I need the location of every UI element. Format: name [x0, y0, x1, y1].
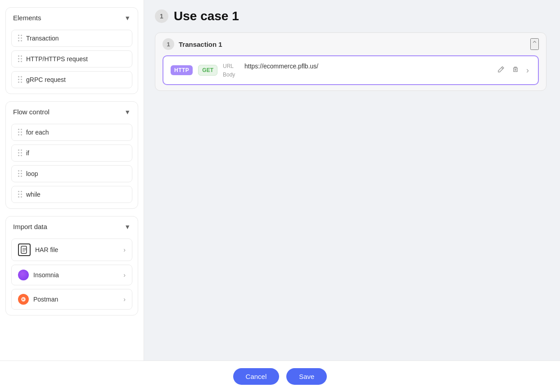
for-each-label: for each: [26, 129, 49, 136]
flow-control-items: for each if loop: [6, 122, 138, 208]
sidebar-item-transaction[interactable]: Transaction: [11, 30, 132, 47]
request-body-row: Body: [223, 72, 490, 78]
drag-handle-icon: [18, 35, 23, 42]
grpc-request-label: gRPC request: [26, 76, 66, 83]
delete-button[interactable]: [510, 64, 521, 77]
sidebar-item-http-request[interactable]: HTTP/HTTPS request: [11, 50, 132, 68]
sidebar-item-grpc-request[interactable]: gRPC request: [11, 71, 132, 88]
cancel-button[interactable]: Cancel: [233, 368, 280, 385]
drag-handle-icon: [18, 55, 23, 63]
sidebar-item-while[interactable]: while: [11, 186, 132, 203]
bottom-bar: Cancel Save: [0, 360, 560, 392]
url-label: URL: [223, 63, 241, 69]
insomnia-icon: [18, 270, 29, 280]
if-label: if: [26, 149, 29, 157]
transaction-number: 1: [163, 38, 174, 50]
import-data-section-label: Import data: [13, 223, 47, 230]
elements-chevron-icon: ▼: [124, 14, 131, 22]
transaction-label: Transaction: [26, 35, 59, 42]
sidebar-item-postman[interactable]: Postman ›: [11, 289, 132, 310]
sidebar-item-loop[interactable]: loop: [11, 165, 132, 182]
postman-chevron-icon: ›: [123, 296, 126, 303]
sidebar-item-har-file[interactable]: HAR file ›: [11, 239, 132, 261]
request-url-row: URL https://ecommerce.pflb.us/: [223, 63, 490, 70]
loop-label: loop: [26, 170, 38, 177]
request-actions: ›: [496, 64, 531, 77]
flow-control-section: Flow control ▼ for each: [5, 101, 138, 209]
page-title-row: 1 Use case 1: [155, 9, 549, 23]
sidebar: Elements ▼ Transaction: [0, 0, 144, 360]
import-data-chevron-icon: ▼: [124, 223, 131, 230]
import-data-section-header[interactable]: Import data ▼: [6, 216, 138, 237]
flow-control-chevron-icon: ▼: [124, 108, 131, 116]
http-verb-badge: GET: [198, 65, 217, 76]
http-method-badge: HTTP: [171, 65, 193, 75]
flow-control-section-label: Flow control: [13, 108, 50, 116]
insomnia-chevron-icon: ›: [123, 271, 126, 279]
drag-handle-icon: [18, 129, 23, 136]
insomnia-label: Insomnia: [33, 271, 59, 279]
save-button[interactable]: Save: [286, 368, 327, 385]
while-label: while: [26, 191, 41, 198]
sidebar-item-for-each[interactable]: for each: [11, 124, 132, 141]
page-number-badge: 1: [155, 9, 168, 23]
http-request-label: HTTP/HTTPS request: [26, 55, 88, 63]
http-request-card: HTTP GET URL https://ecommerce.pflb.us/ …: [163, 55, 539, 85]
har-file-label: HAR file: [35, 246, 58, 253]
sidebar-item-if[interactable]: if: [11, 144, 132, 162]
page-title: Use case 1: [174, 9, 239, 23]
import-data-section: Import data ▼ HAR file: [5, 216, 138, 315]
drag-handle-icon: [18, 191, 23, 198]
content-area: 1 Use case 1 1 Transaction 1 ⌃ HTTP GET …: [144, 0, 560, 360]
transaction-card: 1 Transaction 1 ⌃ HTTP GET URL https://e…: [155, 32, 546, 91]
har-chevron-icon: ›: [123, 246, 126, 253]
transaction-header: 1 Transaction 1 ⌃: [163, 38, 539, 50]
elements-items: Transaction HTTP/HTTPS request: [6, 28, 138, 94]
flow-control-section-header[interactable]: Flow control ▼: [6, 102, 138, 122]
import-data-items: HAR file › Insomnia ›: [6, 237, 138, 315]
transaction-title: Transaction 1: [179, 41, 222, 48]
request-details: URL https://ecommerce.pflb.us/ Body: [223, 63, 490, 78]
elements-section-label: Elements: [13, 14, 41, 22]
postman-icon: [18, 294, 29, 305]
drag-handle-icon: [18, 76, 23, 83]
sidebar-item-insomnia[interactable]: Insomnia ›: [11, 265, 132, 285]
elements-section-header[interactable]: Elements ▼: [6, 8, 138, 28]
request-url: https://ecommerce.pflb.us/: [244, 63, 318, 70]
drag-handle-icon: [18, 170, 23, 177]
expand-button[interactable]: ›: [524, 64, 531, 77]
edit-button[interactable]: [496, 64, 506, 77]
drag-handle-icon: [18, 149, 23, 157]
body-label: Body: [223, 72, 241, 78]
postman-label: Postman: [33, 296, 58, 303]
har-file-icon: [18, 243, 31, 256]
elements-section: Elements ▼ Transaction: [5, 7, 138, 94]
transaction-collapse-button[interactable]: ⌃: [530, 38, 539, 50]
